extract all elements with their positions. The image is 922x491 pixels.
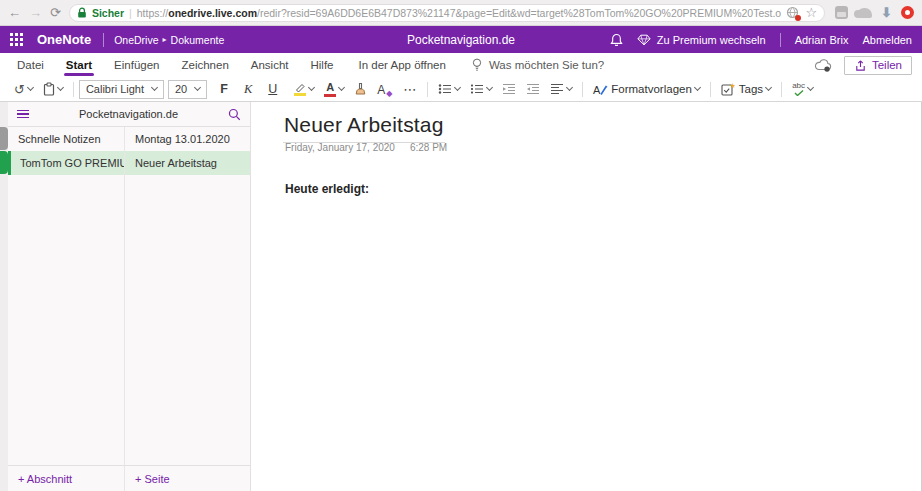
nav-menu-icon[interactable] — [17, 110, 29, 119]
app-name[interactable]: OneNote — [37, 32, 91, 47]
clipboard-icon — [43, 82, 55, 96]
page-info-badge-icon[interactable] — [786, 6, 800, 20]
tellme-label: Was möchten Sie tun? — [489, 59, 604, 71]
address-bar[interactable]: Sicher | https://onedrive.live.com/redir… — [69, 4, 825, 22]
highlighter-button[interactable] — [288, 79, 319, 100]
page-canvas[interactable]: Neuer Arbeitstag Friday, January 17, 202… — [251, 102, 922, 491]
bulleted-list-button[interactable] — [433, 79, 465, 100]
svg-text:A: A — [593, 84, 601, 96]
tab-datei[interactable]: Datei — [6, 53, 55, 77]
spellcheck-button[interactable]: abc — [787, 79, 818, 100]
decrease-indent-button[interactable] — [497, 79, 521, 100]
clear-formatting-icon: A ◆ — [377, 80, 385, 98]
browser-reload-button[interactable]: ⟳ — [50, 6, 61, 19]
notifications-bell-icon[interactable] — [610, 33, 623, 47]
sections-list: Schnelle Notizen TomTom GO PREMIU… + Abs… — [8, 127, 125, 491]
section-color-tab-green[interactable] — [0, 151, 8, 174]
lightbulb-icon — [472, 58, 482, 72]
secure-label: Sicher — [92, 7, 124, 19]
paste-button[interactable] — [38, 79, 68, 100]
formatting-toolbar: ↺ Calibri Light 20 F K U A A ◆ — [0, 77, 922, 102]
share-button[interactable]: Teilen — [844, 56, 912, 75]
browser-extensions: ⬇ — [833, 6, 914, 19]
tab-start[interactable]: Start — [55, 53, 103, 77]
breadcrumb[interactable]: OneDrive ▸ Dokumente — [114, 34, 224, 46]
account-name[interactable]: Adrian Brix — [795, 34, 849, 46]
styles-icon: A — [593, 83, 608, 96]
format-painter-icon — [354, 82, 367, 96]
increase-indent-button[interactable] — [521, 79, 545, 100]
download-extension-icon[interactable]: ⬇ — [881, 6, 892, 19]
increase-indent-icon — [526, 83, 540, 95]
page-title[interactable]: Neuer Arbeitstag — [284, 113, 444, 136]
section-label: TomTom GO PREMIU… — [20, 157, 124, 169]
highlighter-icon — [293, 82, 306, 96]
font-name-value: Calibri Light — [86, 83, 144, 95]
font-color-button[interactable]: A — [319, 79, 349, 100]
page-time: 6:28 PM — [410, 142, 447, 153]
signout-button[interactable]: Abmelden — [862, 34, 912, 46]
font-color-icon: A — [324, 82, 336, 97]
ribbon-tab-bar: Datei Start Einfügen Zeichnen Ansicht Hi… — [0, 53, 922, 77]
sync-status-cloud-icon — [814, 59, 832, 72]
breadcrumb-root[interactable]: OneDrive — [114, 34, 158, 46]
bold-button[interactable]: F — [215, 79, 233, 100]
bulleted-list-icon — [438, 83, 452, 95]
section-color-tab-gray[interactable] — [0, 127, 8, 150]
open-in-app-button[interactable]: In der App öffnen — [359, 59, 446, 71]
tab-zeichnen[interactable]: Zeichnen — [170, 53, 239, 77]
font-name-select[interactable]: Calibri Light — [79, 80, 164, 99]
add-page-button[interactable]: + Seite — [125, 465, 250, 491]
workspace: Pocketnavigation.de Schnelle Notizen Tom… — [0, 102, 922, 491]
pages-list: Montag 13.01.2020 Neuer Arbeitstag + Sei… — [125, 127, 250, 491]
section-item-schnelle-notizen[interactable]: Schnelle Notizen — [8, 127, 124, 151]
tab-ansicht[interactable]: Ansicht — [240, 53, 300, 77]
section-label: Schnelle Notizen — [18, 133, 101, 145]
upgrade-premium-button[interactable]: Zu Premium wechseln — [637, 34, 766, 46]
extension-icon[interactable] — [835, 6, 848, 19]
numbered-list-button[interactable] — [465, 79, 497, 100]
tab-einfuegen[interactable]: Einfügen — [103, 53, 170, 77]
alignment-icon — [550, 83, 564, 95]
format-painter-button[interactable] — [349, 79, 372, 100]
share-icon — [854, 59, 867, 72]
breadcrumb-caret-icon: ▸ — [163, 35, 167, 44]
url-divider: | — [129, 7, 132, 19]
diamond-icon — [637, 34, 651, 46]
page-item-neuer-arbeitstag[interactable]: Neuer Arbeitstag — [125, 151, 250, 175]
page-title-container[interactable]: Neuer Arbeitstag — [283, 113, 445, 143]
section-item-tomtom[interactable]: TomTom GO PREMIU… — [8, 151, 124, 175]
undo-button[interactable]: ↺ — [9, 79, 38, 100]
tags-button[interactable]: ★ Tags — [716, 79, 776, 100]
styles-button[interactable]: A Formatvorlagen — [588, 79, 705, 100]
sidebar-notebook-title[interactable]: Pocketnavigation.de — [35, 108, 222, 120]
decrease-indent-icon — [502, 83, 516, 95]
styles-label: Formatvorlagen — [611, 83, 692, 95]
page-item-montag[interactable]: Montag 13.01.2020 — [125, 127, 250, 151]
underline-button[interactable]: U — [263, 79, 282, 100]
cloud-extension-icon[interactable] — [857, 8, 872, 18]
red-extension-icon[interactable] — [901, 6, 914, 19]
page-body-text[interactable]: Heute erledigt: — [285, 182, 369, 196]
notebook-sidebar: Pocketnavigation.de Schnelle Notizen Tom… — [8, 102, 251, 491]
browser-toolbar: ← → ⟳ Sicher | https://onedrive.live.com… — [0, 0, 922, 26]
clear-formatting-button[interactable]: A ◆ — [372, 79, 390, 100]
add-section-button[interactable]: + Abschnitt — [8, 465, 124, 491]
font-size-select[interactable]: 20 — [168, 80, 207, 99]
bookmark-star-icon[interactable]: ☆ — [805, 5, 817, 20]
tellme-search[interactable]: Was möchten Sie tun? — [472, 58, 604, 72]
app-launcher-icon[interactable] — [10, 33, 23, 46]
breadcrumb-leaf[interactable]: Dokumente — [171, 34, 225, 46]
alignment-button[interactable] — [545, 79, 577, 100]
share-label: Teilen — [872, 59, 902, 71]
sidebar-header: Pocketnavigation.de — [8, 102, 250, 127]
tab-hilfe[interactable]: Hilfe — [300, 53, 345, 77]
browser-back-button[interactable]: ← — [8, 6, 21, 19]
tags-icon: ★ — [721, 82, 736, 96]
more-options-button[interactable]: ⋯ — [398, 79, 422, 100]
browser-forward-button[interactable]: → — [29, 6, 42, 19]
section-color-strip — [0, 102, 8, 491]
search-icon[interactable] — [228, 108, 241, 121]
italic-button[interactable]: K — [239, 79, 257, 100]
header-divider — [780, 33, 781, 47]
